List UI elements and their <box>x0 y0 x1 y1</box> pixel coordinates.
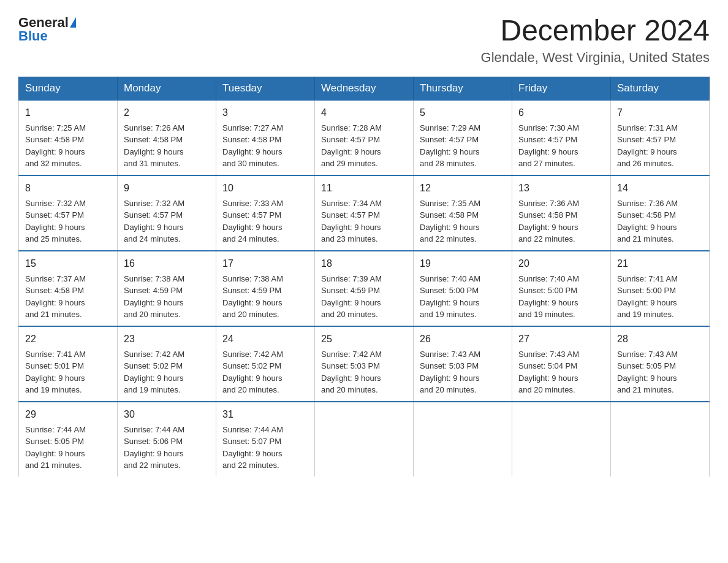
calendar-week-row: 22 Sunrise: 7:41 AMSunset: 5:01 PMDaylig… <box>19 326 710 402</box>
logo: General Blue <box>18 15 76 44</box>
day-number: 16 <box>124 256 210 271</box>
calendar-day-header: Tuesday <box>216 77 315 100</box>
calendar-table: SundayMondayTuesdayWednesdayThursdayFrid… <box>18 77 710 477</box>
day-number: 22 <box>25 332 111 347</box>
calendar-header-row: SundayMondayTuesdayWednesdayThursdayFrid… <box>19 77 710 100</box>
page-header: General Blue December 2024 Glendale, Wes… <box>18 15 710 66</box>
day-info: Sunrise: 7:38 AMSunset: 4:59 PMDaylight:… <box>222 274 283 320</box>
day-info: Sunrise: 7:36 AMSunset: 4:58 PMDaylight:… <box>617 199 678 244</box>
day-info: Sunrise: 7:38 AMSunset: 4:59 PMDaylight:… <box>124 274 184 320</box>
calendar-day-cell: 22 Sunrise: 7:41 AMSunset: 5:01 PMDaylig… <box>19 326 118 402</box>
day-info: Sunrise: 7:26 AMSunset: 4:58 PMDaylight:… <box>124 123 184 169</box>
day-number: 13 <box>518 181 604 196</box>
calendar-day-cell: 5 Sunrise: 7:29 AMSunset: 4:57 PMDayligh… <box>414 100 512 175</box>
calendar-day-cell: 27 Sunrise: 7:43 AMSunset: 5:04 PMDaylig… <box>512 326 611 402</box>
day-number: 15 <box>25 256 111 271</box>
day-number: 20 <box>518 256 604 271</box>
day-number: 3 <box>222 105 308 120</box>
day-info: Sunrise: 7:29 AMSunset: 4:57 PMDaylight:… <box>420 123 480 169</box>
day-number: 28 <box>617 332 703 347</box>
day-number: 21 <box>617 256 703 271</box>
calendar-day-cell: 8 Sunrise: 7:32 AMSunset: 4:57 PMDayligh… <box>19 175 118 251</box>
day-number: 23 <box>124 332 210 347</box>
calendar-day-header: Thursday <box>414 77 512 100</box>
day-info: Sunrise: 7:42 AMSunset: 5:02 PMDaylight:… <box>124 350 184 395</box>
day-number: 18 <box>321 256 407 271</box>
calendar-day-cell: 30 Sunrise: 7:44 AMSunset: 5:06 PMDaylig… <box>118 402 216 477</box>
day-info: Sunrise: 7:27 AMSunset: 4:58 PMDaylight:… <box>222 123 283 169</box>
day-number: 11 <box>321 181 407 196</box>
calendar-day-header: Sunday <box>19 77 118 100</box>
day-info: Sunrise: 7:43 AMSunset: 5:03 PMDaylight:… <box>420 350 480 395</box>
day-number: 24 <box>222 332 308 347</box>
calendar-day-cell: 21 Sunrise: 7:41 AMSunset: 5:00 PMDaylig… <box>611 251 710 326</box>
day-number: 19 <box>420 256 506 271</box>
calendar-day-header: Saturday <box>611 77 710 100</box>
calendar-day-cell <box>315 402 414 477</box>
calendar-week-row: 15 Sunrise: 7:37 AMSunset: 4:58 PMDaylig… <box>19 251 710 326</box>
calendar-day-cell: 9 Sunrise: 7:32 AMSunset: 4:57 PMDayligh… <box>118 175 216 251</box>
day-info: Sunrise: 7:34 AMSunset: 4:57 PMDaylight:… <box>321 199 382 244</box>
day-number: 31 <box>222 407 308 422</box>
day-number: 4 <box>321 105 407 120</box>
day-number: 12 <box>420 181 506 196</box>
calendar-day-cell: 16 Sunrise: 7:38 AMSunset: 4:59 PMDaylig… <box>118 251 216 326</box>
day-info: Sunrise: 7:37 AMSunset: 4:58 PMDaylight:… <box>25 274 86 320</box>
day-info: Sunrise: 7:39 AMSunset: 4:59 PMDaylight:… <box>321 274 382 320</box>
day-number: 25 <box>321 332 407 347</box>
calendar-day-cell: 1 Sunrise: 7:25 AMSunset: 4:58 PMDayligh… <box>19 100 118 175</box>
day-number: 1 <box>25 105 111 120</box>
day-info: Sunrise: 7:35 AMSunset: 4:58 PMDaylight:… <box>420 199 480 244</box>
calendar-day-cell: 4 Sunrise: 7:28 AMSunset: 4:57 PMDayligh… <box>315 100 414 175</box>
day-number: 7 <box>617 105 703 120</box>
calendar-week-row: 29 Sunrise: 7:44 AMSunset: 5:05 PMDaylig… <box>19 402 710 477</box>
calendar-day-cell <box>611 402 710 477</box>
calendar-day-cell: 25 Sunrise: 7:42 AMSunset: 5:03 PMDaylig… <box>315 326 414 402</box>
day-info: Sunrise: 7:42 AMSunset: 5:03 PMDaylight:… <box>321 350 382 395</box>
calendar-day-cell: 29 Sunrise: 7:44 AMSunset: 5:05 PMDaylig… <box>19 402 118 477</box>
day-info: Sunrise: 7:44 AMSunset: 5:06 PMDaylight:… <box>124 425 184 470</box>
calendar-day-cell: 14 Sunrise: 7:36 AMSunset: 4:58 PMDaylig… <box>611 175 710 251</box>
day-info: Sunrise: 7:32 AMSunset: 4:57 PMDaylight:… <box>25 199 86 244</box>
day-number: 26 <box>420 332 506 347</box>
calendar-day-cell: 15 Sunrise: 7:37 AMSunset: 4:58 PMDaylig… <box>19 251 118 326</box>
calendar-day-cell: 28 Sunrise: 7:43 AMSunset: 5:05 PMDaylig… <box>611 326 710 402</box>
day-number: 29 <box>25 407 111 422</box>
calendar-day-cell: 19 Sunrise: 7:40 AMSunset: 5:00 PMDaylig… <box>414 251 512 326</box>
day-number: 6 <box>518 105 604 120</box>
day-info: Sunrise: 7:43 AMSunset: 5:05 PMDaylight:… <box>617 350 678 395</box>
calendar-day-cell: 2 Sunrise: 7:26 AMSunset: 4:58 PMDayligh… <box>118 100 216 175</box>
calendar-week-row: 1 Sunrise: 7:25 AMSunset: 4:58 PMDayligh… <box>19 100 710 175</box>
calendar-subtitle: Glendale, West Virginia, United States <box>481 50 710 66</box>
calendar-day-cell: 24 Sunrise: 7:42 AMSunset: 5:02 PMDaylig… <box>216 326 315 402</box>
day-number: 8 <box>25 181 111 196</box>
day-number: 30 <box>124 407 210 422</box>
logo-triangle-icon <box>70 17 76 28</box>
day-number: 5 <box>420 105 506 120</box>
day-number: 9 <box>124 181 210 196</box>
day-info: Sunrise: 7:32 AMSunset: 4:57 PMDaylight:… <box>124 199 184 244</box>
calendar-day-cell: 17 Sunrise: 7:38 AMSunset: 4:59 PMDaylig… <box>216 251 315 326</box>
day-number: 17 <box>222 256 308 271</box>
day-number: 10 <box>222 181 308 196</box>
calendar-day-cell: 7 Sunrise: 7:31 AMSunset: 4:57 PMDayligh… <box>611 100 710 175</box>
day-info: Sunrise: 7:43 AMSunset: 5:04 PMDaylight:… <box>518 350 579 395</box>
calendar-day-header: Monday <box>118 77 216 100</box>
calendar-day-header: Friday <box>512 77 611 100</box>
calendar-day-cell: 20 Sunrise: 7:40 AMSunset: 5:00 PMDaylig… <box>512 251 611 326</box>
day-info: Sunrise: 7:30 AMSunset: 4:57 PMDaylight:… <box>518 123 579 169</box>
day-info: Sunrise: 7:44 AMSunset: 5:05 PMDaylight:… <box>25 425 86 470</box>
day-info: Sunrise: 7:42 AMSunset: 5:02 PMDaylight:… <box>222 350 283 395</box>
calendar-day-cell: 12 Sunrise: 7:35 AMSunset: 4:58 PMDaylig… <box>414 175 512 251</box>
calendar-title: December 2024 <box>481 15 710 47</box>
calendar-day-header: Wednesday <box>315 77 414 100</box>
calendar-day-cell: 11 Sunrise: 7:34 AMSunset: 4:57 PMDaylig… <box>315 175 414 251</box>
day-info: Sunrise: 7:40 AMSunset: 5:00 PMDaylight:… <box>518 274 579 320</box>
day-info: Sunrise: 7:41 AMSunset: 5:01 PMDaylight:… <box>25 350 86 395</box>
day-info: Sunrise: 7:41 AMSunset: 5:00 PMDaylight:… <box>617 274 678 320</box>
calendar-day-cell <box>414 402 512 477</box>
day-number: 14 <box>617 181 703 196</box>
day-number: 27 <box>518 332 604 347</box>
calendar-day-cell: 23 Sunrise: 7:42 AMSunset: 5:02 PMDaylig… <box>118 326 216 402</box>
day-info: Sunrise: 7:25 AMSunset: 4:58 PMDaylight:… <box>25 123 86 169</box>
